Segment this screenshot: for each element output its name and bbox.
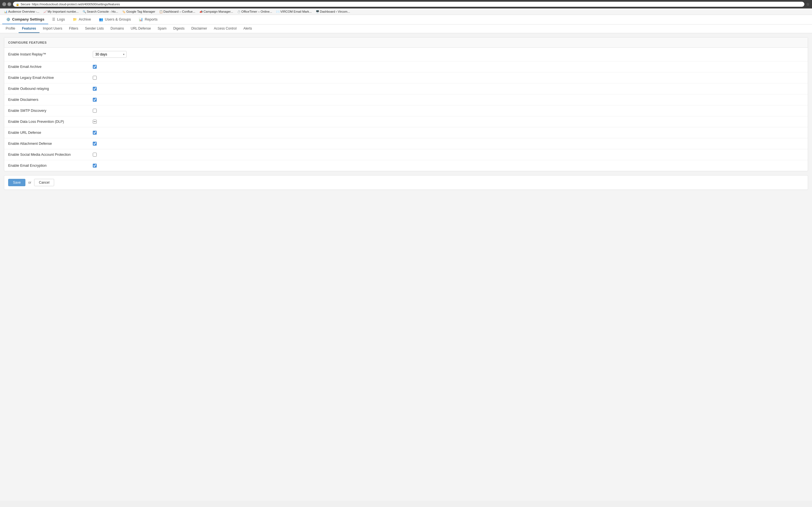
feature-row-outbound-relaying: Enable Outbound relaying — [4, 83, 808, 94]
feature-row-instant-replay: Enable Instant Replay™ 7 days 14 days 30… — [4, 48, 808, 61]
bookmark-icon-3: 🔍 — [83, 10, 86, 13]
feature-control-social-media — [93, 153, 97, 157]
bookmark-icon-2: 📈 — [43, 10, 47, 13]
feature-control-attachment-defense — [93, 142, 97, 146]
instant-replay-select-wrapper: 7 days 14 days 30 days 60 days 90 days — [93, 51, 126, 58]
section-header: CONFIGURE FEATURES — [4, 38, 808, 48]
tab-sender-lists[interactable]: Sender Lists — [82, 24, 107, 33]
bookmark-vircom-email[interactable]: ✉️ VIRCOM Email Mark... — [274, 9, 313, 14]
checkbox-outbound-relaying[interactable] — [93, 87, 97, 91]
feature-control-email-archive — [93, 65, 97, 69]
tab-digests[interactable]: Digests — [170, 24, 188, 33]
feature-row-email-encryption: Enable Email Encryption — [4, 160, 808, 171]
bookmark-numbers[interactable]: 📈 My Important numbe... — [42, 9, 80, 14]
address-url: https://moduscloud.cloud-protect.net/i/4… — [32, 3, 120, 6]
logs-icon: ☰ — [52, 17, 55, 21]
feature-row-legacy-email-archive: Enable Legacy Email Archive — [4, 72, 808, 83]
tab-profile[interactable]: Profile — [2, 24, 18, 33]
action-bar: Save or Cancel — [4, 175, 808, 190]
tab-alerts[interactable]: Alerts — [240, 24, 255, 33]
feature-label-url-defense: Enable URL Defense — [8, 131, 93, 135]
feature-control-url-defense — [93, 131, 97, 135]
tab-features[interactable]: Features — [18, 24, 40, 33]
feature-label-attachment-defense: Enable Attachment Defense — [8, 142, 93, 146]
feature-control-smtp-discovery — [93, 109, 97, 113]
app-nav: ⚙️ Company Settings ☰ Logs 📁 Archive 👥 U… — [0, 15, 812, 24]
feature-row-dlp: Enable Data Loss Prevention (DLP) — [4, 116, 808, 127]
tab-spam[interactable]: Spam — [154, 24, 170, 33]
feature-label-social-media: Enable Social Media Account Protection — [8, 153, 93, 157]
cancel-button[interactable]: Cancel — [34, 179, 54, 186]
feature-label-legacy-email-archive: Enable Legacy Email Archive — [8, 76, 93, 80]
tab-access-control[interactable]: Access Control — [210, 24, 240, 33]
save-button[interactable]: Save — [8, 179, 26, 186]
bookmark-gtm[interactable]: 🏷️ Google Tag Manager — [120, 9, 157, 14]
feature-control-legacy-email-archive — [93, 76, 97, 80]
feature-control-disclaimers — [93, 98, 97, 102]
checkbox-url-defense[interactable] — [93, 131, 97, 135]
bookmark-icon-7: ⏱️ — [237, 10, 241, 13]
bookmark-icon-8: ✉️ — [276, 10, 280, 13]
checkbox-disclaimers[interactable] — [93, 98, 97, 102]
tab-import-users[interactable]: Import Users — [40, 24, 66, 33]
bookmark-campaign[interactable]: 📣 Campaign Manager... — [198, 9, 235, 14]
feature-control-instant-replay: 7 days 14 days 30 days 60 days 90 days — [93, 51, 126, 58]
feature-label-dlp: Enable Data Loss Prevention (DLP) — [8, 120, 93, 124]
secondary-nav: Profile Features Import Users Filters Se… — [0, 24, 812, 33]
bookmark-audience[interactable]: 📊 Audience Overview -... — [2, 9, 41, 14]
address-bar[interactable]: 🔒 Secure https://moduscloud.cloud-protec… — [13, 2, 804, 7]
checkbox-smtp-discovery[interactable] — [93, 109, 97, 113]
checkbox-attachment-defense[interactable] — [93, 142, 97, 146]
feature-label-outbound-relaying: Enable Outbound relaying — [8, 87, 93, 91]
checkbox-email-encryption[interactable] — [93, 164, 97, 168]
section-title: CONFIGURE FEATURES — [8, 41, 47, 44]
tab-domains[interactable]: Domains — [107, 24, 127, 33]
settings-icon: ⚙️ — [6, 17, 10, 21]
feature-row-attachment-defense: Enable Attachment Defense — [4, 138, 808, 149]
or-label: or — [28, 180, 31, 184]
reports-icon: 📊 — [139, 17, 143, 21]
instant-replay-select[interactable]: 7 days 14 days 30 days 60 days 90 days — [93, 51, 126, 58]
feature-control-dlp — [93, 120, 97, 124]
feature-label-smtp-discovery: Enable SMTP Discovery — [8, 109, 93, 113]
checkbox-dlp[interactable] — [93, 120, 97, 124]
feature-row-smtp-discovery: Enable SMTP Discovery — [4, 105, 808, 116]
bookmark-officetimer[interactable]: ⏱️ OfficeTimer – Online... — [236, 9, 274, 14]
secure-icon: 🔒 — [16, 3, 19, 6]
feature-label-email-archive: Enable Email Archive — [8, 65, 93, 69]
checkbox-email-archive[interactable] — [93, 65, 97, 69]
feature-row-disclaimers: Enable Disclaimers — [4, 94, 808, 105]
feature-control-email-encryption — [93, 164, 97, 168]
nav-users-groups[interactable]: 👥 Users & Groups — [95, 15, 135, 24]
feature-row-url-defense: Enable URL Defense — [4, 127, 808, 138]
back-button[interactable]: ← — [2, 2, 6, 6]
browser-actions: ☆ — [806, 2, 810, 6]
bookmark-icon-5: 📋 — [159, 10, 163, 13]
bookmark-icon-9: 🖥️ — [316, 10, 319, 13]
tab-disclaimer[interactable]: Disclaimer — [188, 24, 210, 33]
bookmark-search-console[interactable]: 🔍 Search Console - Ho... — [81, 9, 120, 14]
checkbox-legacy-email-archive[interactable] — [93, 76, 97, 80]
bookmark-confluence[interactable]: 📋 Dashboard – Conflue... — [158, 9, 197, 14]
feature-row-social-media: Enable Social Media Account Protection — [4, 149, 808, 160]
main-content: CONFIGURE FEATURES Enable Instant Replay… — [0, 33, 812, 501]
nav-company-settings[interactable]: ⚙️ Company Settings — [2, 15, 48, 24]
feature-control-outbound-relaying — [93, 87, 97, 91]
browser-controls: ← ↻ — [2, 2, 11, 6]
tab-filters[interactable]: Filters — [66, 24, 82, 33]
feature-row-email-archive: Enable Email Archive — [4, 61, 808, 72]
feature-label-email-encryption: Enable Email Encryption — [8, 164, 93, 168]
star-icon[interactable]: ☆ — [806, 2, 810, 6]
browser-chrome: ← ↻ 🔒 Secure https://moduscloud.cloud-pr… — [0, 0, 812, 8]
secure-label: Secure — [20, 3, 31, 6]
nav-logs[interactable]: ☰ Logs — [48, 15, 69, 24]
checkbox-social-media[interactable] — [93, 153, 97, 157]
nav-archive[interactable]: 📁 Archive — [69, 15, 95, 24]
tab-url-defense[interactable]: URL Defense — [127, 24, 154, 33]
bookmark-icon-6: 📣 — [199, 10, 203, 13]
bookmark-vircom-dashboard[interactable]: 🖥️ Dashboard ‹ Vircom... — [314, 9, 352, 14]
refresh-button[interactable]: ↻ — [7, 2, 11, 6]
feature-label-instant-replay: Enable Instant Replay™ — [8, 52, 93, 56]
archive-icon: 📁 — [73, 17, 77, 21]
nav-reports[interactable]: 📊 Reports — [135, 15, 161, 24]
